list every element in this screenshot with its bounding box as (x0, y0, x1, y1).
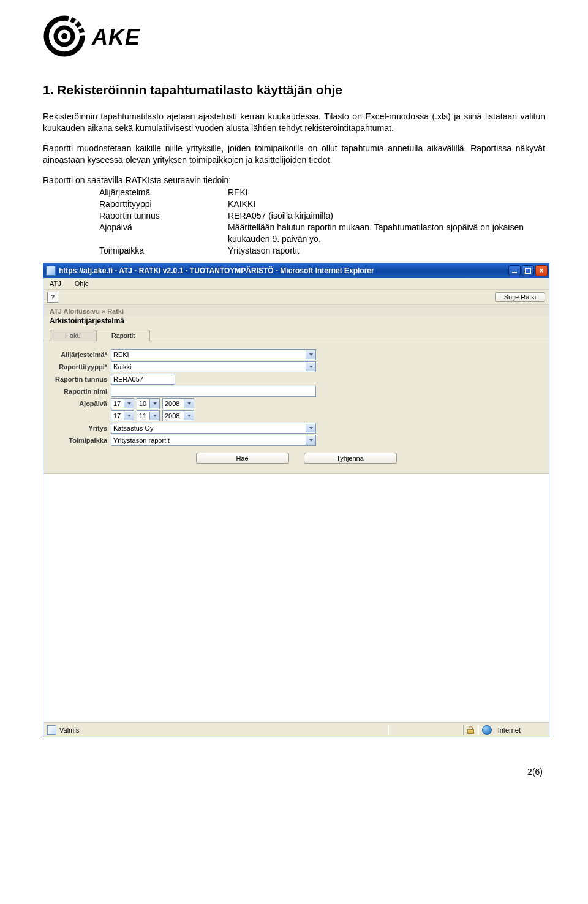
ake-logo-text: AKE (92, 24, 140, 50)
table-lead: Raportti on saatavilla RATKIsta seuraavi… (43, 175, 545, 186)
label-yritys: Yritys (43, 424, 111, 432)
lock-icon (467, 726, 474, 734)
label-raportin-nimi: Raportin nimi (43, 388, 111, 395)
chevron-down-icon (124, 412, 134, 420)
page-icon (46, 266, 56, 276)
statusbar: Valmis Internet (43, 723, 549, 737)
param-label: Ajopäivä (99, 222, 228, 245)
menu-ohje[interactable]: Ohje (75, 280, 89, 287)
globe-icon (482, 725, 492, 735)
app-menubar: ATJ Ohje (43, 278, 549, 290)
breadcrumb: ATJ Aloitussivu » Ratki (43, 305, 549, 316)
page-number: 2(6) (43, 767, 545, 777)
label-raporttityyppi: Raporttityyppi* (43, 363, 111, 371)
select-yritys[interactable]: Katsastus Oy (111, 423, 316, 434)
close-button[interactable]: × (535, 265, 548, 276)
chevron-down-icon (149, 412, 159, 420)
page-icon (47, 725, 56, 735)
select-raporttityyppi[interactable]: Kaikki (111, 361, 316, 372)
param-label: Raportin tunnus (99, 210, 228, 222)
chevron-down-icon (124, 399, 134, 408)
tyhjenna-button[interactable]: Tyhjennä (304, 453, 397, 464)
report-params-table: Alijärjestelmä REKI Raporttityyppi KAIKK… (99, 187, 545, 256)
param-value: REKI (228, 187, 545, 198)
select-alijarjestelma[interactable]: REKI (111, 349, 316, 360)
tab-haku[interactable]: Haku (50, 330, 96, 341)
param-value: Määritellään halutun raportin mukaan. Ta… (228, 222, 545, 245)
page-title: 1. Rekisteröinnin tapahtumatilasto käytt… (43, 83, 545, 97)
tab-raportit[interactable]: Raportit (96, 330, 151, 341)
chevron-down-icon (184, 399, 194, 408)
label-ajopaiva: Ajopäivä (43, 400, 111, 407)
intro-paragraph-2: Raportti muodostetaan kaikille niille yr… (43, 143, 545, 166)
chevron-down-icon (306, 350, 315, 359)
input-raportin-nimi[interactable] (111, 386, 316, 397)
menu-atj[interactable]: ATJ (50, 280, 61, 287)
results-area (43, 473, 549, 723)
tab-strip: Haku Raportit (43, 329, 549, 341)
hae-button[interactable]: Hae (196, 453, 289, 464)
param-label: Toimipaikka (99, 245, 228, 257)
ake-logo-icon (43, 15, 86, 59)
chevron-down-icon (306, 363, 315, 371)
select-ajopaiva-to-year[interactable]: 2008 (162, 410, 194, 421)
chevron-down-icon (306, 424, 315, 432)
help-icon[interactable]: ? (47, 292, 58, 303)
chevron-down-icon (184, 412, 194, 420)
status-text: Valmis (59, 726, 79, 734)
close-ratki-button[interactable]: Sulje Ratki (495, 292, 545, 302)
app-toolbar: ? Sulje Ratki (43, 290, 549, 305)
svg-point-1 (61, 33, 67, 39)
select-ajopaiva-from-month[interactable]: 10 (137, 398, 160, 409)
minimize-button[interactable] (508, 265, 521, 276)
window-titlebar: https://atj.ake.fi - ATJ - RATKI v2.0.1 … (43, 263, 549, 278)
select-toimipaikka[interactable]: Yritystason raportit (111, 435, 316, 446)
select-ajopaiva-from-day[interactable]: 17 (111, 398, 134, 409)
input-raportin-tunnus[interactable] (111, 374, 175, 385)
search-form: Alijärjestelmä* REKI Raporttityyppi* Kai… (43, 341, 549, 473)
param-value: RERA057 (isoilla kirjaimilla) (228, 210, 545, 222)
select-ajopaiva-from-year[interactable]: 2008 (162, 398, 194, 409)
label-toimipaikka: Toimipaikka (43, 437, 111, 444)
window-title: https://atj.ake.fi - ATJ - RATKI v2.0.1 … (59, 266, 374, 275)
page-header: AKE (43, 15, 545, 59)
maximize-button[interactable] (522, 265, 534, 276)
chevron-down-icon (149, 399, 159, 408)
status-zone: Internet (498, 726, 521, 734)
ie-window: https://atj.ake.fi - ATJ - RATKI v2.0.1 … (43, 263, 549, 737)
select-ajopaiva-to-day[interactable]: 17 (111, 410, 134, 421)
param-label: Alijärjestelmä (99, 187, 228, 198)
select-ajopaiva-to-month[interactable]: 11 (137, 410, 160, 421)
param-value: Yritystason raportit (228, 245, 545, 257)
param-label: Raporttityyppi (99, 198, 228, 210)
chevron-down-icon (306, 436, 315, 445)
label-raportin-tunnus: Raportin tunnus (43, 375, 111, 383)
form-buttons: Hae Tyhjennä (43, 446, 549, 470)
label-alijarjestelma: Alijärjestelmä* (43, 351, 111, 358)
param-value: KAIKKI (228, 198, 545, 210)
intro-paragraph-1: Rekisteröinnin tapahtumatilasto ajetaan … (43, 111, 545, 134)
system-title: Arkistointijärjestelmä (43, 316, 549, 329)
